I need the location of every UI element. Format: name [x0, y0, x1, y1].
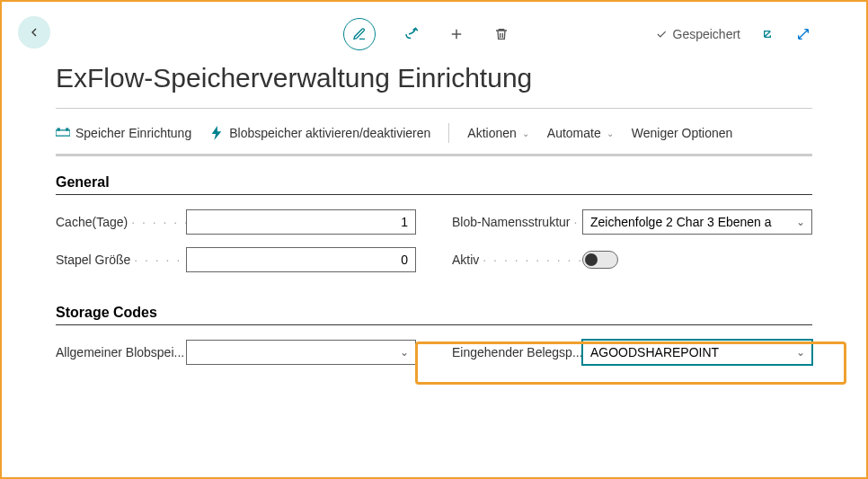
field-incoming-doc: Eingehender Belegsp... ⌄: [452, 340, 812, 365]
separator: [448, 123, 449, 143]
field-batch: Stapel Größe: [56, 247, 416, 272]
action-storage-setup[interactable]: Speicher Einrichtung: [56, 126, 191, 140]
action-aktionen[interactable]: Aktionen ⌄: [467, 126, 528, 140]
new-icon[interactable]: [447, 25, 465, 43]
toolbar: Gespeichert: [56, 16, 812, 52]
active-label: Aktiv: [452, 253, 582, 267]
action-fewer-options-label: Weniger Optionen: [632, 126, 733, 140]
popout-icon[interactable]: [758, 25, 776, 43]
saved-status: Gespeichert: [655, 27, 740, 41]
action-blob-toggle[interactable]: Blobspeicher aktivieren/deaktivieren: [209, 126, 430, 140]
action-aktionen-label: Aktionen: [467, 126, 516, 140]
general-blob-select[interactable]: [186, 340, 416, 365]
svg-rect-0: [56, 130, 70, 136]
chevron-down-icon: ⌄: [522, 129, 529, 138]
svg-rect-1: [58, 128, 60, 130]
action-automate-label: Automate: [547, 126, 601, 140]
saved-label: Gespeichert: [673, 27, 740, 41]
field-active: Aktiv: [452, 247, 812, 272]
field-blob-name: Blob-Namensstruktur ⌄: [452, 209, 812, 235]
cache-input[interactable]: [186, 209, 416, 235]
storage-icon: [56, 127, 70, 139]
general-blob-label: Allgemeiner Blobspei...: [56, 345, 186, 359]
bolt-icon: [209, 127, 224, 139]
blob-name-label: Blob-Namensstruktur: [452, 215, 582, 229]
section-general: General: [56, 174, 812, 195]
incoming-doc-label: Eingehender Belegsp...: [452, 345, 582, 359]
action-blob-toggle-label: Blobspeicher aktivieren/deaktivieren: [229, 126, 430, 140]
batch-label: Stapel Größe: [56, 253, 186, 267]
action-bar: Speicher Einrichtung Blobspeicher aktivi…: [56, 118, 812, 156]
title-divider: [56, 108, 812, 109]
expand-icon[interactable]: [794, 25, 812, 43]
incoming-doc-select[interactable]: [582, 340, 812, 365]
svg-rect-2: [66, 128, 68, 130]
action-fewer-options[interactable]: Weniger Optionen: [632, 126, 733, 140]
blob-name-select[interactable]: [582, 209, 812, 235]
delete-icon[interactable]: [492, 25, 510, 43]
batch-input[interactable]: [186, 247, 416, 272]
edit-button[interactable]: [343, 18, 376, 50]
chevron-down-icon: ⌄: [607, 129, 614, 138]
share-icon[interactable]: [403, 25, 421, 43]
action-storage-setup-label: Speicher Einrichtung: [75, 126, 191, 140]
page-title: ExFlow-Speicherverwaltung Einrichtung: [56, 63, 812, 93]
field-cache: Cache(Tage): [56, 209, 416, 235]
action-automate[interactable]: Automate ⌄: [547, 126, 614, 140]
active-toggle[interactable]: [582, 251, 618, 269]
section-storage-codes: Storage Codes: [56, 305, 812, 325]
field-general-blob: Allgemeiner Blobspei... ⌄: [56, 340, 416, 365]
back-button[interactable]: [18, 16, 50, 49]
cache-label: Cache(Tage): [56, 215, 186, 229]
